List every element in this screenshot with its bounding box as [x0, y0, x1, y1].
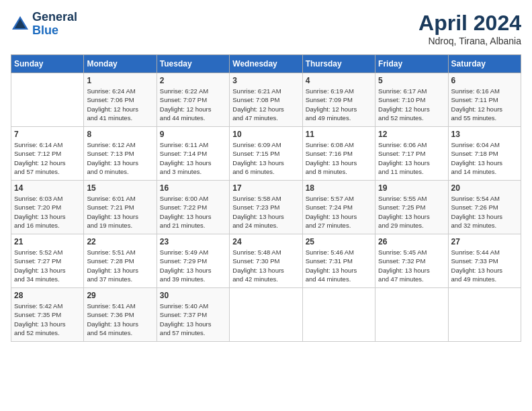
- day-info: Sunrise: 6:24 AM Sunset: 7:06 PM Dayligh…: [87, 87, 153, 122]
- location: Ndroq, Tirana, Albania: [418, 36, 521, 46]
- day-info: Sunrise: 6:00 AM Sunset: 7:22 PM Dayligh…: [160, 194, 226, 230]
- day-info: Sunrise: 6:08 AM Sunset: 7:16 PM Dayligh…: [306, 140, 372, 176]
- day-info: Sunrise: 5:42 AM Sunset: 7:35 PM Dayligh…: [14, 302, 81, 337]
- day-number: 16: [160, 183, 226, 193]
- day-info: Sunrise: 5:52 AM Sunset: 7:27 PM Dayligh…: [14, 248, 81, 283]
- day-info: Sunrise: 6:19 AM Sunset: 7:09 PM Dayligh…: [306, 87, 372, 122]
- day-info: Sunrise: 6:21 AM Sunset: 7:08 PM Dayligh…: [232, 87, 299, 122]
- calendar-cell: 8Sunrise: 6:12 AM Sunset: 7:13 PM Daylig…: [84, 127, 157, 181]
- calendar-cell: 22Sunrise: 5:51 AM Sunset: 7:28 PM Dayli…: [84, 234, 157, 288]
- day-info: Sunrise: 5:54 AM Sunset: 7:26 PM Dayligh…: [451, 194, 518, 230]
- day-number: 22: [87, 237, 153, 246]
- weekday-header: Wednesday: [230, 55, 302, 73]
- calendar-cell: 25Sunrise: 5:46 AM Sunset: 7:31 PM Dayli…: [302, 234, 375, 288]
- calendar-cell: 27Sunrise: 5:44 AM Sunset: 7:33 PM Dayli…: [448, 234, 521, 288]
- calendar-cell: 18Sunrise: 5:57 AM Sunset: 7:24 PM Dayli…: [302, 181, 375, 234]
- calendar-cell: 10Sunrise: 6:09 AM Sunset: 7:15 PM Dayli…: [230, 127, 302, 181]
- calendar-cell: 21Sunrise: 5:52 AM Sunset: 7:27 PM Dayli…: [11, 234, 84, 288]
- day-number: 13: [451, 130, 518, 139]
- calendar-cell: 16Sunrise: 6:00 AM Sunset: 7:22 PM Dayli…: [157, 181, 229, 234]
- day-number: 27: [451, 237, 518, 246]
- logo: General Blue: [11, 11, 77, 38]
- day-number: 18: [306, 183, 372, 193]
- calendar-cell: 3Sunrise: 6:21 AM Sunset: 7:08 PM Daylig…: [230, 73, 302, 127]
- logo-text: General Blue: [32, 11, 77, 38]
- day-number: 29: [87, 291, 153, 300]
- day-info: Sunrise: 6:12 AM Sunset: 7:13 PM Dayligh…: [87, 140, 153, 176]
- day-info: Sunrise: 5:57 AM Sunset: 7:24 PM Dayligh…: [306, 194, 372, 230]
- weekday-header: Tuesday: [157, 55, 229, 73]
- calendar-week-row: 14Sunrise: 6:03 AM Sunset: 7:20 PM Dayli…: [11, 181, 521, 234]
- day-number: 25: [306, 237, 372, 246]
- day-info: Sunrise: 5:58 AM Sunset: 7:23 PM Dayligh…: [232, 194, 299, 230]
- day-number: 14: [14, 183, 81, 193]
- day-info: Sunrise: 6:09 AM Sunset: 7:15 PM Dayligh…: [232, 140, 299, 176]
- calendar-cell: [375, 288, 448, 342]
- day-info: Sunrise: 6:16 AM Sunset: 7:11 PM Dayligh…: [451, 87, 518, 122]
- day-number: 15: [87, 183, 153, 193]
- day-info: Sunrise: 6:03 AM Sunset: 7:20 PM Dayligh…: [14, 194, 81, 230]
- calendar-cell: 23Sunrise: 5:49 AM Sunset: 7:29 PM Dayli…: [157, 234, 229, 288]
- calendar-table: SundayMondayTuesdayWednesdayThursdayFrid…: [11, 54, 521, 342]
- calendar-cell: 24Sunrise: 5:48 AM Sunset: 7:30 PM Dayli…: [230, 234, 302, 288]
- day-number: 1: [87, 76, 153, 85]
- logo-icon: [11, 15, 30, 34]
- day-number: 24: [232, 237, 299, 246]
- calendar-cell: 11Sunrise: 6:08 AM Sunset: 7:16 PM Dayli…: [302, 127, 375, 181]
- page-header: General Blue April 2024 Ndroq, Tirana, A…: [11, 11, 521, 46]
- calendar-cell: [230, 288, 302, 342]
- calendar-cell: 13Sunrise: 6:04 AM Sunset: 7:18 PM Dayli…: [448, 127, 521, 181]
- day-number: 20: [451, 183, 518, 193]
- day-info: Sunrise: 5:40 AM Sunset: 7:37 PM Dayligh…: [160, 302, 226, 337]
- calendar-cell: 19Sunrise: 5:55 AM Sunset: 7:25 PM Dayli…: [375, 181, 448, 234]
- day-number: 5: [378, 76, 445, 85]
- day-number: 6: [451, 76, 518, 85]
- calendar-week-row: 1Sunrise: 6:24 AM Sunset: 7:06 PM Daylig…: [11, 73, 521, 127]
- calendar-week-row: 28Sunrise: 5:42 AM Sunset: 7:35 PM Dayli…: [11, 288, 521, 342]
- calendar-cell: 26Sunrise: 5:45 AM Sunset: 7:32 PM Dayli…: [375, 234, 448, 288]
- calendar-cell: [11, 73, 84, 127]
- calendar-cell: 20Sunrise: 5:54 AM Sunset: 7:26 PM Dayli…: [448, 181, 521, 234]
- calendar-cell: 30Sunrise: 5:40 AM Sunset: 7:37 PM Dayli…: [157, 288, 229, 342]
- day-info: Sunrise: 5:49 AM Sunset: 7:29 PM Dayligh…: [160, 248, 226, 283]
- day-number: 19: [378, 183, 445, 193]
- logo-general: General: [32, 11, 77, 24]
- calendar-cell: 5Sunrise: 6:17 AM Sunset: 7:10 PM Daylig…: [375, 73, 448, 127]
- weekday-header: Thursday: [302, 55, 375, 73]
- day-info: Sunrise: 5:46 AM Sunset: 7:31 PM Dayligh…: [306, 248, 372, 283]
- day-number: 23: [160, 237, 226, 246]
- calendar-cell: [302, 288, 375, 342]
- calendar-cell: [448, 288, 521, 342]
- day-number: 3: [232, 76, 299, 85]
- day-number: 10: [232, 130, 299, 139]
- calendar-header: SundayMondayTuesdayWednesdayThursdayFrid…: [11, 55, 521, 73]
- day-info: Sunrise: 6:04 AM Sunset: 7:18 PM Dayligh…: [451, 140, 518, 176]
- weekday-header: Saturday: [448, 55, 521, 73]
- calendar-cell: 14Sunrise: 6:03 AM Sunset: 7:20 PM Dayli…: [11, 181, 84, 234]
- day-number: 2: [160, 76, 226, 85]
- calendar-cell: 6Sunrise: 6:16 AM Sunset: 7:11 PM Daylig…: [448, 73, 521, 127]
- day-info: Sunrise: 5:55 AM Sunset: 7:25 PM Dayligh…: [378, 194, 445, 230]
- weekday-header: Monday: [84, 55, 157, 73]
- day-info: Sunrise: 6:17 AM Sunset: 7:10 PM Dayligh…: [378, 87, 445, 122]
- day-info: Sunrise: 6:14 AM Sunset: 7:12 PM Dayligh…: [14, 140, 81, 176]
- calendar-cell: 17Sunrise: 5:58 AM Sunset: 7:23 PM Dayli…: [230, 181, 302, 234]
- day-info: Sunrise: 6:01 AM Sunset: 7:21 PM Dayligh…: [87, 194, 153, 230]
- day-info: Sunrise: 5:45 AM Sunset: 7:32 PM Dayligh…: [378, 248, 445, 283]
- calendar-cell: 12Sunrise: 6:06 AM Sunset: 7:17 PM Dayli…: [375, 127, 448, 181]
- day-number: 26: [378, 237, 445, 246]
- calendar-cell: 28Sunrise: 5:42 AM Sunset: 7:35 PM Dayli…: [11, 288, 84, 342]
- calendar-cell: 2Sunrise: 6:22 AM Sunset: 7:07 PM Daylig…: [157, 73, 229, 127]
- day-number: 17: [232, 183, 299, 193]
- calendar-cell: 7Sunrise: 6:14 AM Sunset: 7:12 PM Daylig…: [11, 127, 84, 181]
- calendar-week-row: 21Sunrise: 5:52 AM Sunset: 7:27 PM Dayli…: [11, 234, 521, 288]
- calendar-cell: 15Sunrise: 6:01 AM Sunset: 7:21 PM Dayli…: [84, 181, 157, 234]
- day-info: Sunrise: 5:41 AM Sunset: 7:36 PM Dayligh…: [87, 302, 153, 337]
- day-number: 8: [87, 130, 153, 139]
- day-number: 21: [14, 237, 81, 246]
- title-block: April 2024 Ndroq, Tirana, Albania: [418, 11, 521, 46]
- day-info: Sunrise: 5:44 AM Sunset: 7:33 PM Dayligh…: [451, 248, 518, 283]
- logo-blue: Blue: [32, 24, 77, 38]
- calendar-week-row: 7Sunrise: 6:14 AM Sunset: 7:12 PM Daylig…: [11, 127, 521, 181]
- weekday-row: SundayMondayTuesdayWednesdayThursdayFrid…: [11, 55, 521, 73]
